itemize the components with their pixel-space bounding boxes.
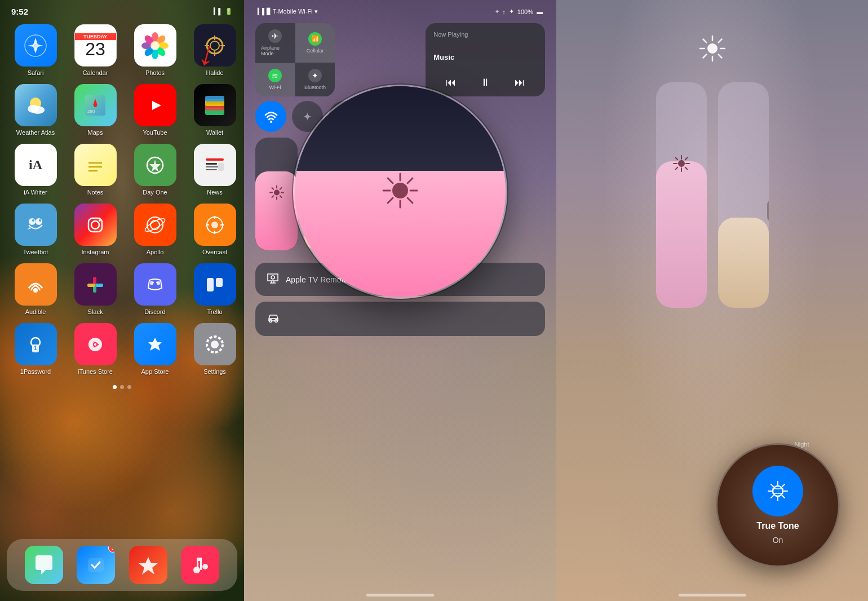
app-ia-writer[interactable]: iA iA Writer — [10, 144, 61, 196]
true-tone-blue-circle — [752, 466, 803, 516]
app-youtube[interactable]: YouTube — [130, 84, 180, 136]
music-icon — [181, 546, 219, 584]
app-1password[interactable]: 1 1Password — [10, 323, 61, 375]
brightness-slider[interactable] — [255, 138, 298, 250]
app-audible[interactable]: Audible — [10, 263, 61, 315]
panel-control-center: ▎▌▊ T-Mobile Wi-Fi ▾ ⌖ ↑ ✦ 100% ▬ ✈ Airp… — [244, 0, 556, 601]
svg-point-45 — [91, 221, 99, 229]
dock-reminders[interactable]: 3 — [77, 546, 115, 584]
tweetbot-icon — [15, 204, 57, 246]
signal-strength: ▎▌▊ — [258, 8, 273, 15]
app-overcast[interactable]: Overcast — [189, 204, 240, 255]
appstore-icon — [134, 323, 176, 365]
true-tone-status: On — [773, 536, 783, 545]
wifi-sym: ≋ — [272, 71, 278, 80]
maps-label: Maps — [88, 129, 103, 136]
app-appstore[interactable]: App Store — [130, 323, 180, 375]
app-wallet[interactable]: Wallet — [189, 84, 240, 136]
svg-marker-25 — [152, 101, 161, 110]
cellular-btn[interactable]: 📶 Cellular — [295, 23, 335, 63]
svg-point-109 — [271, 276, 274, 279]
svg-rect-68 — [216, 278, 223, 287]
1password-icon: 1 — [15, 323, 57, 365]
svg-line-121 — [703, 55, 706, 58]
dock-messages[interactable] — [25, 546, 63, 584]
maps-icon: 280 — [74, 84, 117, 126]
app-maps[interactable]: 280 Maps — [70, 84, 121, 136]
wifi-round-btn[interactable] — [255, 101, 286, 132]
app-trello[interactable]: Trello — [189, 263, 240, 315]
wifi-indicator: ≋ — [268, 69, 282, 82]
app-calendar[interactable]: TUESDAY 23 Calendar — [70, 24, 121, 76]
wifi-btn[interactable]: ≋ Wi-Fi — [255, 63, 295, 97]
app-slack[interactable]: Slack — [70, 263, 121, 315]
magnified-circle — [293, 85, 507, 299]
app-tweetbot[interactable]: Tweetbot — [10, 204, 61, 255]
app-notes[interactable]: Notes — [70, 144, 121, 196]
audible-icon — [15, 263, 57, 306]
home-indicator-p3 — [679, 594, 746, 596]
svg-line-94 — [280, 196, 281, 197]
svg-line-105 — [388, 198, 393, 203]
discord-icon — [134, 263, 176, 306]
app-news[interactable]: News — [189, 144, 240, 196]
svg-marker-79 — [139, 557, 158, 575]
p3-volume-fill — [718, 218, 769, 308]
instagram-icon — [74, 204, 117, 246]
app-apollo[interactable]: Apollo — [130, 204, 180, 255]
reminders-icon: 3 — [77, 546, 115, 584]
status-bar: 9:52 ▎▌ 🔋 — [0, 0, 244, 19]
car-tile[interactable] — [255, 302, 545, 336]
app-day-one[interactable]: Day One — [130, 144, 180, 196]
wallet-icon — [194, 84, 236, 126]
app-instagram[interactable]: Instagram — [70, 204, 121, 255]
safari-label: Safari — [28, 69, 44, 76]
svg-rect-38 — [206, 169, 217, 170]
svg-rect-84 — [197, 558, 202, 561]
app-photos[interactable]: Photos — [130, 24, 180, 76]
tv-icon — [267, 272, 279, 287]
settings-icon — [194, 323, 236, 365]
itunes-label: iTunes Store — [78, 368, 113, 375]
audible-label: Audible — [25, 308, 46, 315]
app-settings[interactable]: Settings — [189, 323, 240, 375]
app-itunes[interactable]: iTunes Store — [70, 323, 121, 375]
notes-icon — [74, 144, 117, 186]
next-btn[interactable]: ⏭ — [515, 77, 525, 89]
music-title: Music — [433, 53, 537, 61]
calendar-label: Calendar — [83, 69, 108, 76]
messages-icon — [25, 546, 63, 584]
dock: 3 — [7, 539, 237, 591]
volume-side-handle: ◀ — [767, 200, 769, 222]
svg-point-85 — [270, 121, 272, 123]
signal-icon: ▎▌ — [214, 8, 223, 15]
cc-status-bar: ▎▌▊ T-Mobile Wi-Fi ▾ ⌖ ↑ ✦ 100% ▬ — [244, 0, 556, 19]
airplane-indicator: ✈ — [268, 29, 282, 43]
app-safari[interactable]: Safari — [10, 24, 61, 76]
true-tone-circle[interactable]: True Tone On — [716, 443, 840, 567]
svg-rect-64 — [87, 284, 92, 287]
ia-writer-icon: iA — [15, 144, 57, 186]
youtube-icon — [134, 84, 176, 126]
p3-sun-area — [556, 0, 868, 82]
reminders-badge: 3 — [108, 546, 115, 553]
battery-percent: 100% — [517, 8, 533, 15]
app-weather-atlas[interactable]: Weather Atlas — [10, 84, 61, 136]
calendar-icon: TUESDAY 23 — [74, 24, 117, 67]
p3-volume-slider[interactable]: ◀ — [718, 82, 769, 308]
dock-music[interactable] — [181, 546, 219, 584]
mag-dark-top — [295, 86, 506, 171]
svg-rect-37 — [206, 166, 219, 167]
p3-sun-icon — [698, 34, 727, 65]
svg-point-51 — [211, 222, 218, 228]
dock-spark[interactable] — [129, 546, 167, 584]
music-tile[interactable]: Now Playing Music ⏮ ⏸ ⏭ — [426, 23, 545, 96]
overcast-label: Overcast — [202, 249, 227, 255]
brightness-icon — [269, 185, 285, 204]
battery-bar: ▬ — [537, 8, 543, 15]
app-discord[interactable]: Discord — [130, 263, 180, 315]
svg-point-65 — [150, 281, 153, 285]
svg-marker-34 — [149, 160, 161, 172]
p3-brightness-slider[interactable] — [656, 82, 707, 308]
airplane-btn[interactable]: ✈ Airplane Mode — [255, 23, 295, 63]
